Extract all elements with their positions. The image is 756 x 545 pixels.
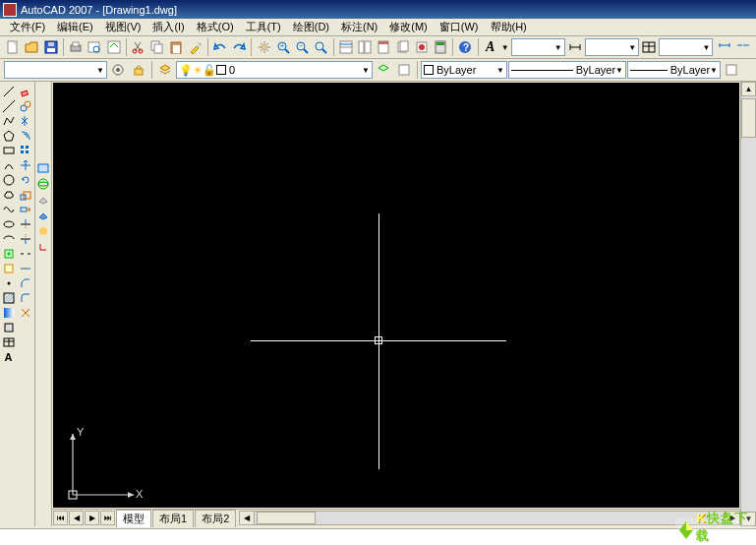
hscroll-left-icon[interactable]: ◀ <box>240 512 255 524</box>
offset-icon[interactable] <box>17 128 33 143</box>
pline-icon[interactable] <box>0 113 17 128</box>
stretch-icon[interactable] <box>17 202 33 216</box>
ellipsearc-icon[interactable] <box>0 231 17 246</box>
workspace-select[interactable]: ▼ <box>4 61 107 79</box>
xline-icon[interactable] <box>0 98 17 113</box>
copy-obj-icon[interactable] <box>17 98 33 113</box>
menu-window[interactable]: 窗口(W) <box>434 19 485 35</box>
dim-linear-icon[interactable] <box>715 37 732 57</box>
rectangle-icon[interactable] <box>0 143 17 157</box>
color-select[interactable]: ByLayer ▼ <box>421 61 507 79</box>
vertical-scrollbar[interactable]: ▲ ▼ <box>740 82 756 526</box>
dim-continue-icon[interactable] <box>734 37 752 57</box>
tab-prev-icon[interactable]: ◀ <box>69 511 84 525</box>
line-icon[interactable] <box>0 84 17 98</box>
layer-states-icon[interactable] <box>394 60 414 80</box>
textstyle-select[interactable]: ▼ <box>511 38 565 56</box>
linetype-select[interactable]: ByLayer ▼ <box>508 61 626 79</box>
explode-icon[interactable] <box>17 305 33 320</box>
menu-file[interactable]: 文件(F) <box>4 19 51 35</box>
command-line[interactable] <box>0 528 756 545</box>
plotstyle-icon[interactable] <box>722 60 741 80</box>
named-views-icon[interactable] <box>35 160 50 175</box>
redo-icon[interactable] <box>230 37 248 57</box>
shade-icon[interactable] <box>35 208 50 222</box>
paste-icon[interactable] <box>167 37 185 57</box>
region-icon[interactable] <box>0 320 17 334</box>
join-icon[interactable] <box>17 261 33 275</box>
dimstyle-icon[interactable] <box>566 37 584 57</box>
open-icon[interactable] <box>23 37 40 57</box>
publish-icon[interactable] <box>104 37 122 57</box>
polygon-icon[interactable] <box>0 128 17 143</box>
tab-next-icon[interactable]: ▶ <box>85 511 99 525</box>
textstyle-icon[interactable]: A <box>482 37 499 57</box>
menu-format[interactable]: 格式(O) <box>191 19 240 35</box>
erase-icon[interactable] <box>17 84 33 98</box>
menu-draw[interactable]: 绘图(D) <box>287 19 335 35</box>
dimstyle-select[interactable]: ▼ <box>585 38 639 56</box>
move-icon[interactable] <box>17 157 33 172</box>
drawing-canvas[interactable]: Y X <box>53 83 739 508</box>
quickcalc-icon[interactable] <box>432 37 449 57</box>
help-icon[interactable]: ? <box>456 37 474 57</box>
chamfer-icon[interactable] <box>17 275 33 290</box>
menu-modify[interactable]: 修改(M) <box>383 19 434 35</box>
horizontal-scrollbar[interactable]: ◀ ▶ <box>239 511 740 525</box>
point-icon[interactable] <box>0 275 17 290</box>
layer-manager-icon[interactable] <box>155 60 175 80</box>
layer-previous-icon[interactable] <box>374 60 393 80</box>
design-center-icon[interactable] <box>356 37 374 57</box>
properties-icon[interactable] <box>337 37 355 57</box>
menu-dim[interactable]: 标注(N) <box>335 19 383 35</box>
arc-icon[interactable] <box>0 157 17 172</box>
tool-palettes-icon[interactable] <box>375 37 392 57</box>
markup-icon[interactable] <box>413 37 431 57</box>
tab-layout2[interactable]: 布局2 <box>195 510 236 527</box>
trim-icon[interactable] <box>17 216 33 231</box>
menu-help[interactable]: 帮助(H) <box>485 19 533 35</box>
print-icon[interactable] <box>67 37 85 57</box>
table-icon[interactable] <box>0 334 17 349</box>
tablestyle-icon[interactable] <box>640 37 658 57</box>
menu-view[interactable]: 视图(V) <box>99 19 147 35</box>
layer-select[interactable]: 💡 ☀ 🔓 0 ▼ <box>176 61 373 79</box>
mtext-icon[interactable]: A <box>0 349 17 364</box>
tab-first-icon[interactable]: ⏮ <box>53 511 68 525</box>
hide-icon[interactable] <box>35 192 50 207</box>
vscroll-thumb[interactable] <box>741 98 756 138</box>
tab-layout1[interactable]: 布局1 <box>152 510 194 527</box>
spline-icon[interactable] <box>0 202 17 216</box>
copy-icon[interactable] <box>148 37 166 57</box>
textstyle-drop-icon[interactable]: ▼ <box>500 37 510 57</box>
save-icon[interactable] <box>42 37 60 57</box>
matchprop-icon[interactable] <box>187 37 204 57</box>
break-icon[interactable] <box>17 246 33 261</box>
zoom-window-icon[interactable]: − <box>293 37 311 57</box>
makeblock-icon[interactable] <box>0 261 17 275</box>
ellipse-icon[interactable] <box>0 216 17 231</box>
cut-icon[interactable] <box>130 37 147 57</box>
hscroll-thumb[interactable] <box>257 512 316 524</box>
vscroll-up-icon[interactable]: ▲ <box>741 82 756 96</box>
tab-model[interactable]: 模型 <box>116 510 151 527</box>
workspace-settings-icon[interactable] <box>108 60 128 80</box>
hatch-icon[interactable] <box>0 290 17 305</box>
menu-insert[interactable]: 插入(I) <box>146 19 190 35</box>
render-icon[interactable] <box>35 223 50 238</box>
undo-icon[interactable] <box>211 37 229 57</box>
sheet-set-icon[interactable] <box>393 37 411 57</box>
zoom-previous-icon[interactable] <box>312 37 329 57</box>
gradient-icon[interactable] <box>0 305 17 320</box>
zoom-realtime-icon[interactable]: + <box>274 37 292 57</box>
revcloud-icon[interactable] <box>0 187 17 202</box>
plot-preview-icon[interactable] <box>86 37 103 57</box>
array-icon[interactable] <box>17 143 33 157</box>
new-icon[interactable] <box>4 37 22 57</box>
tablestyle-select[interactable]: ▼ <box>659 38 713 56</box>
mirror-icon[interactable] <box>17 113 33 128</box>
scale-icon[interactable] <box>17 187 33 202</box>
menu-tools[interactable]: 工具(T) <box>240 19 287 35</box>
circle-icon[interactable] <box>0 172 17 187</box>
ucs-icon[interactable] <box>35 239 50 254</box>
